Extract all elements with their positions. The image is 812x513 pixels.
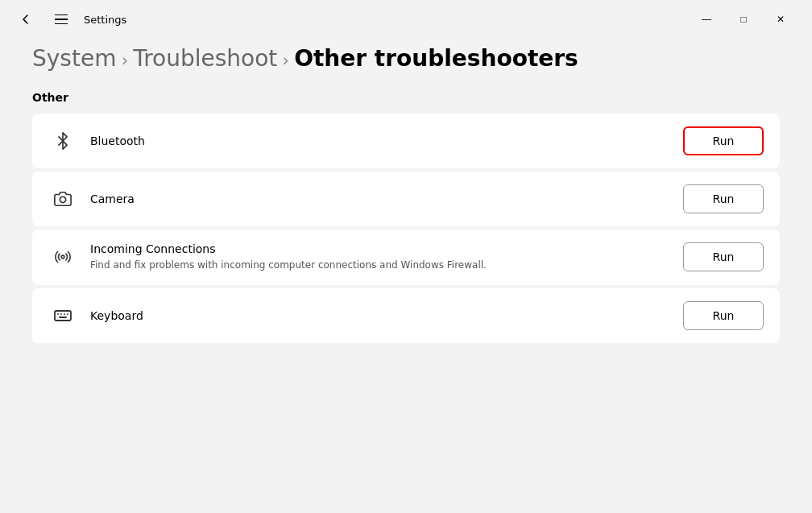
window-controls: — □ ✕: [688, 6, 799, 32]
svg-point-0: [60, 197, 65, 202]
maximize-button[interactable]: □: [725, 6, 762, 32]
bluetooth-title: Bluetooth: [90, 134, 670, 147]
troubleshooter-list: Bluetooth Run Camera Run: [32, 114, 780, 343]
incoming-connections-title: Incoming Connections: [90, 242, 670, 255]
keyboard-icon: [48, 301, 77, 330]
troubleshooter-bluetooth: Bluetooth Run: [32, 114, 780, 168]
incoming-connections-run-button[interactable]: Run: [683, 242, 764, 271]
troubleshooter-keyboard: Keyboard Run: [32, 288, 780, 343]
troubleshooter-camera: Camera Run: [32, 172, 780, 226]
minimize-button[interactable]: —: [688, 6, 725, 32]
breadcrumb: System › Troubleshoot › Other troublesho…: [32, 45, 780, 72]
breadcrumb-chevron-1: ›: [121, 50, 128, 70]
breadcrumb-current: Other troubleshooters: [294, 45, 578, 72]
title-bar: Settings — □ ✕: [0, 0, 812, 39]
svg-point-1: [61, 256, 64, 259]
section-header: Other: [32, 91, 780, 104]
keyboard-run-button[interactable]: Run: [683, 301, 764, 330]
breadcrumb-troubleshoot[interactable]: Troubleshoot: [133, 45, 277, 72]
bluetooth-icon: [48, 126, 77, 155]
incoming-connections-text: Incoming Connections Find and fix proble…: [90, 242, 670, 272]
camera-text: Camera: [90, 192, 670, 205]
camera-run-button[interactable]: Run: [683, 184, 764, 213]
hamburger-button[interactable]: [48, 6, 74, 32]
settings-window: Settings — □ ✕ System › Troubleshoot › O…: [0, 0, 812, 513]
bluetooth-run-button[interactable]: Run: [683, 126, 764, 155]
bluetooth-text: Bluetooth: [90, 134, 670, 147]
incoming-connections-icon: [48, 242, 77, 271]
window-title: Settings: [84, 14, 126, 26]
breadcrumb-chevron-2: ›: [282, 50, 289, 70]
close-button[interactable]: ✕: [762, 6, 799, 32]
camera-icon: [48, 184, 77, 213]
keyboard-text: Keyboard: [90, 309, 670, 322]
back-button[interactable]: [13, 6, 39, 32]
keyboard-title: Keyboard: [90, 309, 670, 322]
title-bar-left: Settings: [13, 6, 688, 32]
svg-rect-2: [55, 311, 71, 321]
troubleshooter-incoming-connections: Incoming Connections Find and fix proble…: [32, 230, 780, 285]
breadcrumb-system[interactable]: System: [32, 45, 116, 72]
incoming-connections-desc: Find and fix problems with incoming comp…: [90, 259, 670, 272]
main-content: System › Troubleshoot › Other troublesho…: [0, 39, 812, 513]
camera-title: Camera: [90, 192, 670, 205]
